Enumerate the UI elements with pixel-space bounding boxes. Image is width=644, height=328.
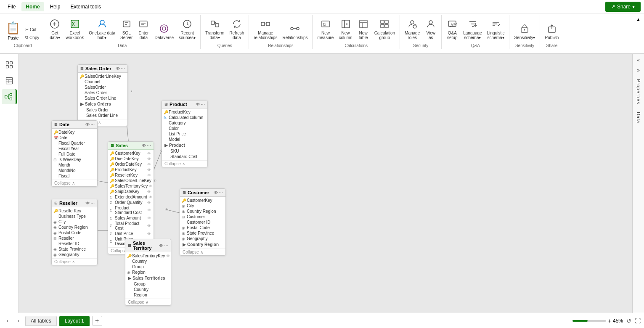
- fit-to-screen-icon[interactable]: ⛶: [635, 317, 641, 324]
- sensitivity-label: Sensitivity: [515, 42, 534, 48]
- refresh-button[interactable]: Refreshdata: [227, 17, 246, 41]
- view-as-icon: [425, 18, 437, 30]
- nav-prev[interactable]: ‹: [3, 317, 12, 325]
- eye-icon[interactable]: 👁: [85, 201, 90, 206]
- field-row: 🔑SalesTerritoryKey👁: [125, 253, 171, 259]
- more-icon[interactable]: ⋯: [121, 66, 125, 71]
- table-card-sales[interactable]: ⊞ Sales 👁 ⋯ 🔑CustomerKey👁 🔑DueDateKey👁 🔑…: [108, 141, 154, 254]
- copy-button[interactable]: ⧉ Copy: [23, 34, 41, 41]
- svg-rect-11: [215, 24, 219, 27]
- dataverse-button[interactable]: Dataverse: [152, 21, 176, 41]
- field-row: 🔑DateKey: [52, 130, 97, 135]
- svg-rect-39: [10, 98, 12, 100]
- language-schema-icon: [467, 18, 479, 30]
- add-tab-button[interactable]: +: [92, 316, 102, 326]
- tab-all-tables[interactable]: All tables: [25, 316, 57, 326]
- manage-relationships-button[interactable]: Managerelationships: [252, 17, 279, 41]
- sales-body: 🔑CustomerKey👁 🔑DueDateKey👁 🔑OrderDateKey…: [108, 150, 154, 247]
- canvas-area[interactable]: ◇ ◇ ◇ ◇ ◇ ◇ 1 1 1 1 1 1 * * * * * * ⊞ Sa…: [19, 54, 632, 313]
- table-card-product[interactable]: ⊞ Product 👁 ⋯ 🔑ProductKey fxCalculated c…: [162, 100, 208, 167]
- manage-roles-button[interactable]: Manageroles: [403, 17, 422, 41]
- collapse-btn[interactable]: Collapse ∧: [162, 160, 207, 167]
- eye-icon[interactable]: 👁: [142, 143, 146, 148]
- eye-icon[interactable]: 👁: [85, 122, 90, 127]
- ribbon-collapse-button[interactable]: ▲: [634, 15, 642, 24]
- relationships-icon: [289, 23, 301, 34]
- share-icon: ↗: [611, 4, 615, 10]
- svg-rect-21: [385, 20, 388, 24]
- table-card-reseller[interactable]: ⊞ Reseller 👁 ⋯ 🔑ResellerKey Business Typ…: [51, 199, 98, 265]
- zoom-slider[interactable]: [572, 320, 606, 322]
- menu-home[interactable]: Home: [21, 2, 44, 11]
- transform-data-button[interactable]: Transformdata▾: [203, 17, 226, 41]
- onelake-hub-button[interactable]: OneLake datahub▾: [87, 17, 117, 41]
- collapse-btn[interactable]: Collapse ∧: [52, 258, 97, 265]
- new-column-button[interactable]: Newcolumn: [337, 17, 354, 41]
- sensitivity-button[interactable]: Sensitivity▾: [512, 21, 537, 41]
- cut-button[interactable]: ✂ Cut: [23, 26, 41, 33]
- qa-setup-button[interactable]: Q&A Q&Asetup: [444, 17, 460, 41]
- zoom-plus[interactable]: +: [608, 317, 611, 324]
- view-as-button[interactable]: Viewas: [423, 17, 439, 41]
- collapse-btn[interactable]: Collapse ∧: [180, 249, 225, 255]
- calculation-group-button[interactable]: Calculationgroup: [372, 17, 397, 41]
- nav-next[interactable]: ›: [14, 317, 23, 325]
- paste-button[interactable]: 📋 Paste: [4, 20, 22, 41]
- collapse-btn[interactable]: Collapse ∧: [52, 180, 97, 186]
- excel-workbook-button[interactable]: X Excelworkbook: [64, 17, 86, 41]
- table-card-customer[interactable]: ⊞ Customer 👁 ⋯ 🔑CustomerKey ◉City ◉Count…: [180, 188, 226, 256]
- enter-data-button[interactable]: Enterdata: [135, 17, 151, 41]
- new-table-button[interactable]: Newtable: [355, 17, 371, 41]
- eye-icon[interactable]: 👁: [196, 102, 200, 107]
- clipboard-label: Clipboard: [14, 42, 32, 48]
- eye-icon[interactable]: 👁: [159, 243, 163, 248]
- publish-button[interactable]: Publish: [543, 21, 561, 41]
- table-icon: ⊞: [128, 243, 131, 248]
- sidebar-report-icon[interactable]: [2, 57, 17, 72]
- menu-external-tools[interactable]: External tools: [66, 2, 105, 11]
- collapse-right-btn[interactable]: »: [634, 66, 643, 75]
- svg-rect-32: [6, 62, 8, 64]
- more-icon[interactable]: ⋯: [90, 201, 95, 206]
- sidebar-table-icon[interactable]: [2, 73, 17, 88]
- svg-rect-6: [140, 21, 147, 27]
- qa-label: Q&A: [471, 42, 480, 48]
- product-body: 🔑ProductKey fxCalculated column Category…: [162, 108, 207, 160]
- share-button[interactable]: ↗ Share ▾: [605, 2, 641, 12]
- more-icon[interactable]: ⋯: [90, 122, 95, 127]
- collapse-left-btn[interactable]: «: [634, 56, 643, 65]
- recent-sources-button[interactable]: Recentsources▾: [177, 17, 198, 41]
- more-icon[interactable]: ⋯: [164, 243, 168, 248]
- sidebar-model-icon[interactable]: [2, 89, 17, 104]
- dataverse-icon: [158, 23, 170, 34]
- field-row: ◉Geography: [180, 236, 225, 241]
- refresh-icon: [231, 18, 243, 30]
- field-row: Model: [162, 137, 207, 142]
- new-measure-button[interactable]: fx Newmeasure: [315, 17, 336, 41]
- collapse-btn[interactable]: Collapse ∧: [125, 299, 171, 305]
- linguistic-schema-button[interactable]: Linguisticschema▾: [485, 17, 507, 41]
- field-row: Fiscal Quarter: [52, 140, 97, 146]
- ribbon-group-clipboard: 📋 Paste ✂ Cut ⧉ Copy Clipboard: [2, 15, 44, 49]
- table-card-date[interactable]: ⊞ Date 👁 ⋯ 🔑DateKey 📅Date Fiscal Quarter…: [51, 120, 98, 187]
- ribbon-group-sensitivity: Sensitivity▾ Sensitivity: [509, 15, 540, 49]
- tab-layout1[interactable]: Layout 1: [59, 316, 90, 326]
- table-card-sales-territory[interactable]: ⊞ Sales Territory 👁 ⋯ 🔑SalesTerritoryKey…: [125, 239, 171, 306]
- get-data-button[interactable]: Getdata▾: [47, 17, 63, 41]
- customer-header: ⊞ Customer 👁 ⋯: [180, 189, 225, 197]
- more-icon[interactable]: ⋯: [201, 102, 205, 107]
- menu-help[interactable]: Help: [46, 2, 65, 11]
- field-row: ΣOrder Quantity👁: [108, 200, 154, 205]
- more-icon[interactable]: ⋯: [219, 190, 223, 195]
- table-card-sales-order[interactable]: ⊞ Sales Order 👁 ⋯ 🔑SalesOrderLineKey Cha…: [77, 64, 128, 126]
- reset-zoom-icon[interactable]: ↺: [626, 317, 631, 324]
- sql-server-button[interactable]: SQLServer: [118, 17, 135, 41]
- more-icon[interactable]: ⋯: [147, 143, 151, 148]
- eye-icon[interactable]: 👁: [214, 190, 218, 195]
- eye-icon[interactable]: 👁: [116, 66, 120, 71]
- language-schema-button[interactable]: Languageschema▾: [461, 17, 484, 41]
- menu-file[interactable]: File: [3, 2, 20, 11]
- relationships-button[interactable]: Relationships: [280, 21, 310, 41]
- field-row: ΣProduct Standard Cost👁: [108, 205, 154, 215]
- zoom-minus[interactable]: −: [567, 317, 571, 324]
